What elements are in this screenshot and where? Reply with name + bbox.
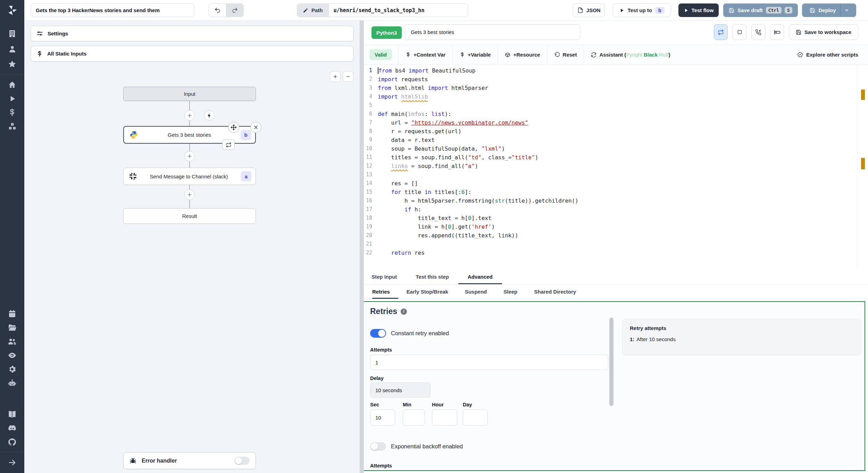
sidebar-item-folders[interactable] <box>0 321 24 335</box>
tab-advanced[interactable]: Advanced <box>458 269 502 284</box>
step-a-id-badge: a <box>241 171 251 181</box>
trigger-button[interactable] <box>204 110 215 121</box>
test-flow-button[interactable]: Test flow <box>678 3 719 17</box>
sidebar-item-docs[interactable] <box>0 407 24 421</box>
sidebar-expand-button[interactable] <box>0 455 24 470</box>
error-handler-label: Error handler <box>142 458 234 464</box>
undo-button[interactable] <box>209 4 226 17</box>
square-icon <box>737 29 743 35</box>
compass-icon <box>797 52 803 58</box>
tab-test-this-step[interactable]: Test this step <box>406 269 458 284</box>
retries-form-scrollbar[interactable] <box>609 318 614 406</box>
suspend-setting-button[interactable] <box>751 24 765 40</box>
reset-button[interactable]: Reset <box>548 45 584 65</box>
add-context-var-button[interactable]: +Context Var <box>399 45 452 65</box>
constant-retry-toggle[interactable] <box>370 329 386 338</box>
flow-settings-button[interactable]: Settings <box>31 26 353 41</box>
editor-overview-ruler[interactable] <box>858 65 868 269</box>
delete-step-button[interactable] <box>250 122 261 133</box>
insert-step-button[interactable] <box>184 151 195 161</box>
exponential-backoff-toggle[interactable] <box>370 442 386 451</box>
redo-button[interactable] <box>226 4 243 17</box>
deploy-label: Deploy <box>818 7 836 13</box>
editor-header: Python3 Save to workspace <box>364 20 868 45</box>
edit-path-button[interactable]: Path <box>297 4 329 17</box>
sidebar-item-github[interactable] <box>0 435 24 449</box>
sidebar-item-user[interactable] <box>0 41 24 57</box>
sidebar-item-discord[interactable] <box>0 421 24 435</box>
sleep-setting-button[interactable] <box>770 24 784 40</box>
plus-icon <box>187 113 192 118</box>
subtab-early-stop[interactable]: Early Stop/Break <box>398 285 457 299</box>
sidebar-item-workspace[interactable] <box>0 26 24 41</box>
flow-node-step-a[interactable]: Send Message to Channel (slack) a <box>123 168 256 185</box>
flow-settings-label: Settings <box>48 31 68 36</box>
code-editor[interactable]: 1from bs4 import BeautifulSoup2import re… <box>364 65 868 269</box>
windmill-logo[interactable] <box>0 0 24 20</box>
save-to-workspace-button[interactable]: Save to workspace <box>789 24 858 40</box>
subtab-retries[interactable]: Retries <box>372 285 398 299</box>
panel-resize-handle[interactable] <box>360 20 364 473</box>
error-handler-node[interactable]: Error handler <box>123 452 256 469</box>
error-handler-toggle[interactable] <box>234 457 250 465</box>
attempts-label-clipped: Attempts <box>370 463 392 468</box>
sidebar-item-resources[interactable] <box>0 119 24 133</box>
sidebar-item-audit[interactable] <box>0 348 24 362</box>
min-input[interactable] <box>403 409 425 425</box>
assistant-button[interactable]: Assistant (Pyright Black Ruff) <box>584 45 677 65</box>
info-icon[interactable]: i <box>401 309 407 315</box>
explore-other-scripts-button[interactable]: Explore other scripts <box>797 52 868 58</box>
day-input[interactable] <box>463 409 488 425</box>
canvas-zoom-in-button[interactable]: + <box>330 71 341 82</box>
add-variable-button[interactable]: +Variable <box>453 45 498 65</box>
step-retry-indicator[interactable] <box>222 140 235 150</box>
sidebar-item-runs[interactable] <box>0 92 24 105</box>
subtab-suspend[interactable]: Suspend <box>457 285 495 299</box>
insert-step-button[interactable] <box>184 189 195 200</box>
flow-node-result[interactable]: Result <box>123 208 256 224</box>
github-icon <box>8 438 17 447</box>
step-name-input[interactable] <box>405 24 581 40</box>
add-resource-button[interactable]: +Resource <box>498 45 547 65</box>
sidebar-item-settings[interactable] <box>0 362 24 376</box>
s-key-badge: S <box>785 7 792 14</box>
test-up-to-button[interactable]: Test up to b <box>613 3 671 17</box>
sidebar-item-schedules[interactable] <box>0 307 24 321</box>
sidebar-item-workers[interactable] <box>0 376 24 390</box>
retry-attempts-title: Retry attempts <box>630 325 853 331</box>
flow-node-input[interactable]: Input <box>123 87 256 101</box>
json-button[interactable]: JSON <box>573 3 605 17</box>
subtab-shared-directory[interactable]: Shared Directory <box>526 285 584 299</box>
insert-step-button[interactable] <box>184 110 195 121</box>
deploy-dropdown-button[interactable] <box>840 3 853 17</box>
retries-setting-button[interactable] <box>714 24 728 40</box>
sec-input[interactable] <box>370 409 395 425</box>
flow-node-input-label: Input <box>184 91 195 97</box>
windmill-flow-editor: Path JSON Test up to b Test flow Save dr… <box>0 0 868 473</box>
hour-label: Hour <box>432 402 444 407</box>
attempts-input[interactable] <box>370 355 608 370</box>
tab-step-input[interactable]: Step Input <box>372 269 406 284</box>
move-step-button[interactable] <box>228 122 239 133</box>
subtab-sleep[interactable]: Sleep <box>495 285 526 299</box>
lightning-icon <box>207 113 212 118</box>
all-static-inputs-button[interactable]: All Static Inputs <box>31 46 353 61</box>
dollar-icon <box>406 52 411 57</box>
path-input[interactable] <box>329 4 468 17</box>
early-stop-setting-button[interactable] <box>733 24 746 40</box>
save-draft-button[interactable]: Save draft Ctrl S <box>723 3 798 17</box>
close-icon <box>253 125 259 130</box>
sidebar-item-variables[interactable] <box>0 105 24 119</box>
sidebar-item-favorites[interactable] <box>0 57 24 72</box>
windmill-logo-icon <box>7 5 18 16</box>
repeat-icon <box>226 142 232 148</box>
canvas-zoom-out-button[interactable]: − <box>343 71 353 82</box>
sidebar-item-home[interactable] <box>0 78 24 92</box>
all-static-inputs-label: All Static Inputs <box>47 51 86 57</box>
deploy-button[interactable]: Deploy <box>802 3 856 17</box>
hour-input[interactable] <box>432 409 457 425</box>
robot-icon <box>8 379 17 388</box>
sidebar-item-groups[interactable] <box>0 335 24 348</box>
validity-badge: Valid <box>369 49 392 60</box>
flow-title-input[interactable] <box>31 3 194 17</box>
